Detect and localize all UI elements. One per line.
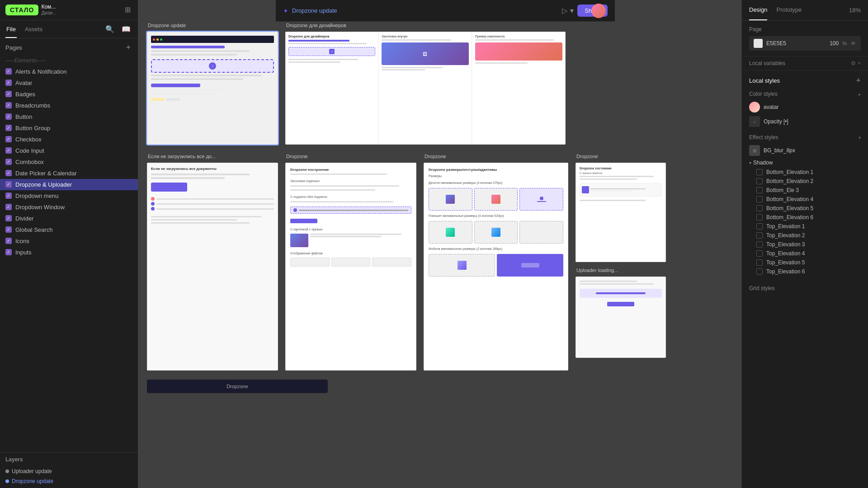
shadow-section-toggle[interactable]: ▾ Shadow bbox=[749, 158, 861, 168]
check-icon: ✓ bbox=[5, 192, 12, 199]
content-bar bbox=[151, 89, 225, 91]
button-mini bbox=[521, 263, 539, 267]
file-type bbox=[372, 258, 411, 267]
elevation-top-6[interactable]: Top_Elevation 6 bbox=[756, 267, 861, 276]
panel-actions: 18% bbox=[849, 7, 861, 14]
chevron-down-icon: ▾ bbox=[859, 135, 861, 140]
frame-not-loaded: Если не загрузились все до... Если не за… bbox=[147, 154, 278, 371]
sidebar-item-avatar[interactable]: ✓ Avatar bbox=[0, 77, 138, 89]
progress-bar bbox=[596, 292, 645, 294]
elevation-top-5[interactable]: Top_Elevation 5 bbox=[756, 258, 861, 267]
user-avatar[interactable] bbox=[591, 4, 606, 18]
tablet-box-empty bbox=[519, 221, 563, 244]
sidebar-item-global-search[interactable]: ✓ Global Search bbox=[0, 224, 138, 235]
content-bar bbox=[151, 93, 212, 94]
tab-design[interactable]: Design bbox=[749, 0, 767, 20]
window-dot-yellow bbox=[156, 38, 159, 41]
effect-styles-header[interactable]: Effect styles ▾ bbox=[749, 134, 861, 141]
color-styles-header[interactable]: Color styles ▸ bbox=[749, 91, 861, 97]
layers-panel-toggle[interactable]: ⊞ bbox=[123, 4, 132, 16]
img-mini bbox=[446, 195, 455, 204]
elevation-bottom-4[interactable]: Bottom_Elevation 4 bbox=[756, 195, 861, 204]
elevation-top-1[interactable]: Top_Elevation 1 bbox=[756, 222, 861, 231]
elevation-checkbox bbox=[756, 268, 763, 275]
sizes-body: Размеры Десктоп минимальные размеры (4 к… bbox=[429, 174, 563, 277]
elevation-bottom-2[interactable]: Bottom_Elevation 2 bbox=[756, 177, 861, 186]
elevation-bottom-1[interactable]: Bottom_Elevation 1 bbox=[756, 168, 861, 177]
sidebar-item-icons[interactable]: ✓ Icons bbox=[0, 235, 138, 247]
file-type bbox=[290, 258, 330, 267]
elevation-bottom-6[interactable]: Bottom_Elevation 6 bbox=[756, 213, 861, 222]
bar bbox=[310, 236, 381, 237]
add-page-button[interactable]: + bbox=[124, 43, 132, 52]
elevation-top-2[interactable]: Top_Elevation 2 bbox=[756, 231, 861, 240]
frame-card-2[interactable]: Dropzone для дизайнеров ↑ bbox=[285, 32, 566, 145]
local-vars-row[interactable]: Local variables ⚙ + bbox=[742, 56, 868, 70]
sidebar-item-dropdown-window[interactable]: ✓ Dropdown Window bbox=[0, 202, 138, 213]
search-icon[interactable]: 🔍 bbox=[104, 23, 116, 35]
plus-icon[interactable]: + bbox=[858, 60, 861, 66]
sidebar-item-breadcrumbs[interactable]: ✓ Breadcrumbs bbox=[0, 100, 138, 111]
sidebar-item-button[interactable]: ✓ Button bbox=[0, 111, 138, 122]
style-avatar[interactable]: avatar bbox=[749, 100, 861, 114]
elevation-label: Bottom_Elevation 2 bbox=[766, 178, 813, 184]
check-icon: ✓ bbox=[5, 159, 12, 165]
style-opacity[interactable]: ○ Opacity [•] bbox=[749, 114, 861, 129]
sidebar-item-date-picker[interactable]: ✓ Date Picker & Calendar bbox=[0, 168, 138, 179]
frame-card-3[interactable]: Если не загрузились все документы bbox=[147, 163, 278, 371]
size-label: Мобила минимальные размеры (2 колонки 28… bbox=[429, 247, 563, 250]
eye-button[interactable]: 👁 bbox=[850, 40, 856, 47]
opacity-icon: ○ bbox=[749, 116, 760, 127]
sidebar-item-badges[interactable]: ✓ Badges bbox=[0, 89, 138, 100]
settings-icon[interactable]: ⚙ bbox=[851, 60, 856, 66]
sidebar-item-dropzone[interactable]: ✓ Dropzone & Uploader bbox=[0, 179, 138, 190]
sidebar-item-code-input[interactable]: ✓ Code Input bbox=[0, 145, 138, 156]
frame-card-5[interactable]: Dropzone размеры/отступы/адаптивы Размер… bbox=[424, 163, 568, 371]
frame-card-6[interactable]: Dropzone состояния С превью файлов bbox=[576, 163, 666, 262]
style-bg-blur[interactable]: ⊞ BG_blur_8px bbox=[749, 143, 861, 158]
dz-body: Заголовок отдельно С подзагол./без подза… bbox=[290, 174, 411, 267]
sidebar-item-alerts[interactable]: ✓ Alerts & Notification bbox=[0, 66, 138, 77]
elevation-checkbox bbox=[756, 178, 763, 184]
dz-label-bar bbox=[299, 210, 408, 211]
bar bbox=[151, 174, 250, 175]
content-bar bbox=[151, 78, 243, 80]
grid-styles-section: Grid styles bbox=[742, 280, 868, 303]
preview-text bbox=[310, 234, 411, 237]
frame-card-4[interactable]: Dropzone построение Заголовок отдельно С… bbox=[285, 163, 416, 371]
layer-item-dropzone[interactable]: Dropzone update bbox=[0, 476, 138, 486]
size-box bbox=[429, 188, 472, 211]
page-opacity: 100 bbox=[830, 40, 839, 47]
elevation-checkbox bbox=[756, 196, 763, 202]
elevation-checkbox bbox=[756, 241, 763, 248]
elevation-top-3[interactable]: Top_Elevation 3 bbox=[756, 240, 861, 249]
frame-body bbox=[151, 174, 274, 224]
sidebar-item-checkbox[interactable]: ✓ Checkbox bbox=[0, 134, 138, 145]
play-dropdown[interactable]: ▾ bbox=[570, 6, 574, 15]
bar bbox=[580, 281, 637, 282]
tab-assets[interactable]: Assets bbox=[24, 23, 43, 38]
uploader-body bbox=[580, 281, 662, 306]
play-button[interactable]: ▷ bbox=[562, 6, 567, 15]
frame-card-7[interactable] bbox=[576, 277, 666, 358]
tab-file[interactable]: File bbox=[5, 23, 17, 38]
sidebar-item-inputs[interactable]: ✓ Inputs bbox=[0, 247, 138, 258]
add-style-button[interactable]: + bbox=[856, 76, 861, 85]
bar bbox=[156, 198, 274, 200]
bar bbox=[156, 203, 274, 205]
frame-card-1[interactable]: ↑ bbox=[147, 32, 278, 145]
layer-item-uploader[interactable]: Uploader update bbox=[0, 466, 138, 476]
sidebar-item-divider[interactable]: ✓ Divider bbox=[0, 213, 138, 224]
bar bbox=[580, 283, 654, 285]
tab-prototype[interactable]: Prototype bbox=[776, 0, 802, 20]
book-icon[interactable]: 📖 bbox=[120, 23, 132, 35]
sidebar-item-combobox[interactable]: ✓ Combobox bbox=[0, 156, 138, 168]
sidebar-item-button-group[interactable]: ✓ Button Group bbox=[0, 122, 138, 134]
elevation-bottom-5[interactable]: Bottom_Elevation 5 bbox=[756, 204, 861, 213]
sidebar-item-dropdown-menu[interactable]: ✓ Dropdown menu bbox=[0, 190, 138, 202]
size-label: Десктоп минимальные размеры (4 колонки 3… bbox=[429, 181, 563, 184]
page-color-row[interactable]: E5E5E5 100 % 👁 bbox=[749, 36, 861, 51]
elevation-top-4[interactable]: Top_Elevation 4 bbox=[756, 249, 861, 258]
elevation-bottom-3[interactable]: Bottom_Ele 3 bbox=[756, 186, 861, 195]
bar bbox=[288, 59, 358, 60]
